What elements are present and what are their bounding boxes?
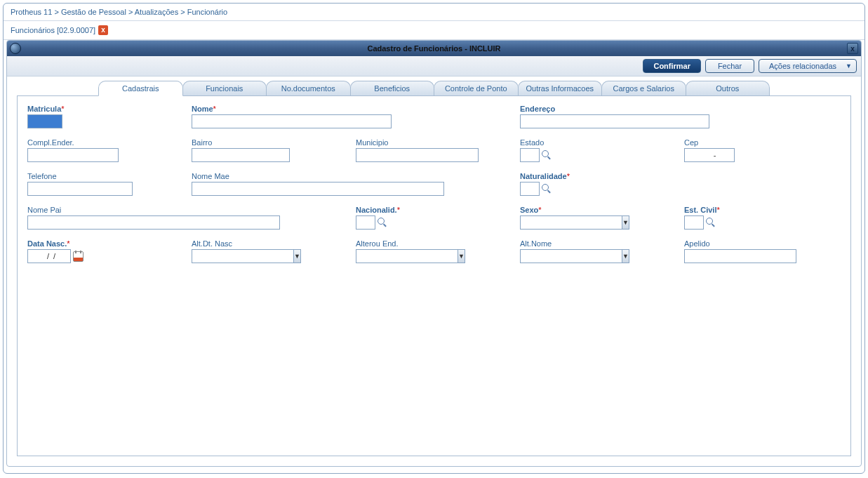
module-tab-bar: Funcionários [02.9.0007] x	[4, 21, 864, 40]
field-nome: Nome*	[192, 105, 517, 128]
field-matricula: Matricula*	[27, 105, 189, 128]
label-cep: Cep	[684, 138, 841, 147]
input-alt-dt-nasc[interactable]	[192, 249, 293, 263]
label-alt-nome: Alt.Nome	[520, 239, 681, 248]
related-actions-label: Ações relacionadas	[769, 62, 836, 70]
label-nome-mae: Nome Mae	[192, 172, 517, 180]
breadcrumb-item[interactable]: Funcionário	[187, 8, 227, 16]
combo-alt-nome-button[interactable]: ▼	[622, 249, 629, 263]
label-estado: Estado	[520, 138, 681, 147]
lookup-naturalidade-icon[interactable]	[542, 184, 552, 194]
input-nome[interactable]	[192, 114, 392, 128]
tab-funcionais[interactable]: Funcionais	[182, 81, 267, 96]
field-naturalidade: Naturalidade*	[520, 172, 841, 196]
action-bar: Confirmar Fechar Ações relacionadas ▼	[7, 56, 861, 77]
label-alterou-end: Alterou End.	[356, 239, 517, 248]
tab-nodocumentos[interactable]: No.documentos	[266, 81, 351, 96]
combo-alterou-end-button[interactable]: ▼	[458, 249, 465, 263]
label-data-nasc: Data Nasc.*	[27, 239, 189, 248]
dialog-window: Cadastro de Funcionários - INCLUIR x Con…	[6, 40, 862, 467]
input-telefone[interactable]	[27, 182, 133, 196]
input-naturalidade[interactable]	[520, 182, 540, 196]
window-close-button[interactable]: x	[847, 43, 858, 54]
input-est-civil[interactable]	[684, 215, 704, 230]
close-module-tab-button[interactable]: x	[98, 25, 108, 35]
tab-controle-ponto[interactable]: Controle de Ponto	[434, 81, 519, 96]
app-window: Protheus 11 > Gestão de Pessoal > Atuali…	[3, 3, 865, 474]
title-bar: Cadastro de Funcionários - INCLUIR x	[7, 41, 861, 56]
label-municipio: Municipio	[356, 138, 517, 147]
input-nome-mae[interactable]	[192, 182, 444, 196]
field-data-nasc: Data Nasc.*	[27, 239, 189, 263]
field-alt-nome: Alt.Nome ▼	[520, 239, 681, 263]
field-est-civil: Est. Civil*	[684, 206, 841, 230]
field-municipio: Municipio	[356, 138, 517, 162]
form-grid: Matricula* Nome* Endereço Compl.Ender.	[27, 105, 841, 263]
field-telefone: Telefone	[27, 172, 189, 196]
module-tab-title: Funcionários [02.9.0007]	[11, 26, 95, 34]
close-button[interactable]: Fechar	[705, 59, 754, 73]
input-municipio[interactable]	[356, 148, 479, 162]
calendar-icon[interactable]	[73, 251, 84, 262]
tab-cadastrais[interactable]: Cadastrais	[98, 81, 183, 96]
breadcrumb-item[interactable]: Gestão de Pessoal	[61, 8, 126, 16]
lookup-est-civil-icon[interactable]	[706, 218, 716, 227]
tab-outras-informacoes[interactable]: Outras Informacoes	[518, 81, 603, 96]
related-actions-button[interactable]: Ações relacionadas ▼	[759, 59, 857, 73]
label-compl-ender: Compl.Ender.	[27, 138, 189, 147]
field-apelido: Apelido	[684, 239, 841, 263]
lookup-estado-icon[interactable]	[542, 150, 552, 160]
input-matricula[interactable]	[27, 114, 62, 128]
input-alterou-end[interactable]	[356, 249, 458, 263]
input-cep[interactable]	[684, 148, 735, 162]
window-title: Cadastro de Funcionários - INCLUIR	[7, 44, 861, 53]
input-alt-nome[interactable]	[520, 249, 622, 263]
input-nome-pai[interactable]	[27, 215, 280, 230]
label-telefone: Telefone	[27, 172, 189, 180]
input-bairro[interactable]	[192, 148, 290, 162]
tab-outros[interactable]: Outros	[686, 81, 770, 96]
field-nome-pai: Nome Pai	[27, 206, 353, 230]
tab-beneficios[interactable]: Beneficios	[350, 81, 435, 96]
label-nome: Nome*	[192, 105, 517, 113]
form-tabs: Cadastrais Funcionais No.documentos Bene…	[7, 77, 861, 96]
label-sexo: Sexo*	[520, 206, 681, 214]
input-apelido[interactable]	[684, 249, 796, 263]
label-matricula: Matricula*	[27, 105, 189, 113]
field-nacionalid: Nacionalid.*	[356, 206, 517, 230]
field-sexo: Sexo* ▼	[520, 206, 681, 230]
label-apelido: Apelido	[684, 239, 841, 248]
breadcrumb-item[interactable]: Protheus 11	[11, 8, 52, 16]
label-est-civil: Est. Civil*	[684, 206, 841, 214]
label-bairro: Bairro	[192, 138, 353, 147]
form-content: Matricula* Nome* Endereço Compl.Ender.	[17, 95, 851, 456]
confirm-button[interactable]: Confirmar	[643, 59, 701, 73]
field-alterou-end: Alterou End. ▼	[356, 239, 517, 263]
label-nome-pai: Nome Pai	[27, 206, 353, 214]
field-endereco: Endereço	[520, 105, 841, 128]
field-cep: Cep	[684, 138, 841, 162]
breadcrumb-item[interactable]: Atualizações	[135, 8, 178, 16]
combo-sexo-button[interactable]: ▼	[622, 215, 629, 230]
input-endereco[interactable]	[520, 114, 709, 128]
breadcrumb: Protheus 11 > Gestão de Pessoal > Atuali…	[4, 4, 864, 21]
combo-alt-dt-nasc-button[interactable]: ▼	[293, 249, 301, 263]
input-estado[interactable]	[520, 148, 540, 162]
chevron-down-icon: ▼	[846, 62, 852, 69]
label-endereco: Endereço	[520, 105, 841, 113]
input-sexo[interactable]	[520, 215, 622, 230]
label-naturalidade: Naturalidade*	[520, 172, 841, 180]
input-data-nasc[interactable]	[27, 249, 71, 263]
field-compl-ender: Compl.Ender.	[27, 138, 189, 162]
input-nacionalid[interactable]	[356, 215, 375, 230]
label-nacionalid: Nacionalid.*	[356, 206, 517, 214]
tab-cargos-salarios[interactable]: Cargos e Salarios	[601, 81, 686, 96]
field-alt-dt-nasc: Alt.Dt. Nasc ▼	[192, 239, 353, 263]
label-alt-dt-nasc: Alt.Dt. Nasc	[192, 239, 353, 248]
field-bairro: Bairro	[192, 138, 353, 162]
lookup-nacionalid-icon[interactable]	[378, 218, 387, 227]
field-estado: Estado	[520, 138, 681, 162]
input-compl-ender[interactable]	[27, 148, 119, 162]
field-nome-mae: Nome Mae	[192, 172, 517, 196]
